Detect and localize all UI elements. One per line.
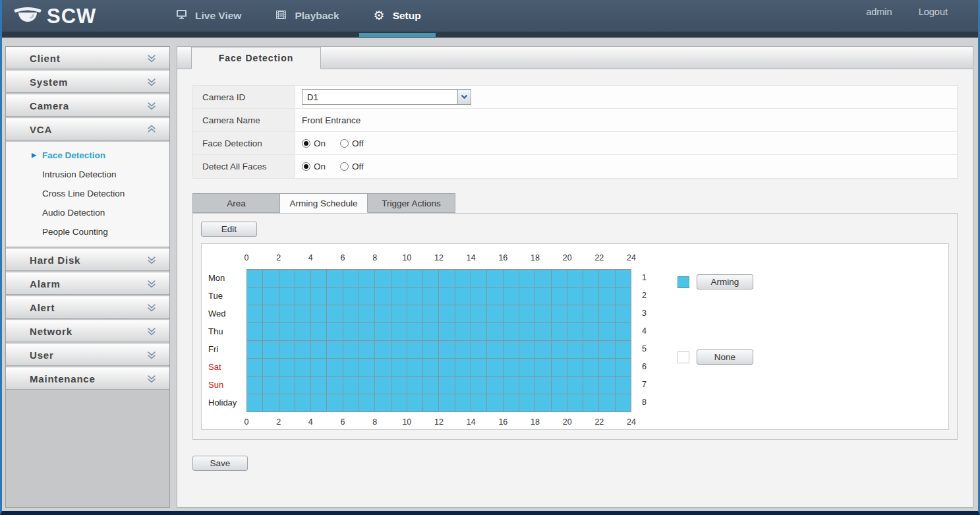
schedule-cell[interactable] (279, 323, 295, 340)
schedule-cell[interactable] (391, 288, 407, 305)
schedule-cell[interactable] (455, 377, 471, 394)
schedule-cell[interactable] (247, 270, 262, 287)
schedule-cell[interactable] (295, 394, 310, 411)
schedule-cell[interactable] (616, 323, 631, 340)
sidebar-section-system[interactable]: System (6, 71, 169, 93)
schedule-cell[interactable] (535, 359, 550, 376)
schedule-cell[interactable] (535, 323, 550, 340)
schedule-cell[interactable] (616, 305, 631, 322)
schedule-cell[interactable] (359, 341, 374, 358)
sidebar-item-intrusion-detection[interactable]: Intrusion Detection (6, 165, 169, 184)
sidebar-section-user[interactable]: User (6, 344, 169, 366)
schedule-cell[interactable] (519, 377, 534, 394)
sidebar-section-camera[interactable]: Camera (6, 94, 169, 117)
schedule-cell[interactable] (295, 288, 310, 305)
sidebar-section-client[interactable]: Client (6, 47, 169, 69)
schedule-cell[interactable] (455, 359, 471, 376)
schedule-cell[interactable] (407, 377, 422, 394)
dropdown-arrow-icon[interactable] (457, 89, 471, 105)
tab-face-detection[interactable]: Face Detection (191, 47, 321, 69)
schedule-cell[interactable] (263, 270, 278, 287)
schedule-cell[interactable] (487, 359, 502, 376)
sidebar-item-people-counting[interactable]: People Counting (6, 222, 169, 241)
schedule-cell[interactable] (487, 288, 502, 305)
schedule-cell[interactable] (504, 305, 519, 322)
schedule-cell[interactable] (599, 359, 614, 376)
schedule-cell[interactable] (439, 270, 454, 287)
schedule-cell[interactable] (263, 377, 278, 394)
schedule-cell[interactable] (279, 270, 295, 287)
edit-button[interactable]: Edit (201, 222, 257, 237)
schedule-cell[interactable] (343, 377, 359, 394)
sidebar-section-network[interactable]: Network (6, 320, 169, 342)
schedule-cell[interactable] (375, 377, 390, 394)
schedule-cell[interactable] (599, 288, 614, 305)
schedule-cell[interactable] (311, 341, 326, 358)
schedule-cell[interactable] (487, 394, 502, 411)
schedule-cell[interactable] (407, 288, 422, 305)
schedule-cell[interactable] (504, 323, 519, 340)
schedule-cell[interactable] (311, 394, 326, 411)
schedule-cell[interactable] (295, 323, 310, 340)
sidebar-item-face-detection[interactable]: ▶Face Detection (6, 146, 169, 165)
schedule-cell[interactable] (504, 394, 519, 411)
schedule-cell[interactable] (263, 341, 278, 358)
schedule-cell[interactable] (504, 359, 519, 376)
schedule-cell[interactable] (552, 323, 567, 340)
schedule-cell[interactable] (279, 288, 295, 305)
schedule-cell[interactable] (583, 270, 598, 287)
save-button[interactable]: Save (192, 456, 248, 471)
schedule-cell[interactable] (487, 270, 502, 287)
schedule-cell[interactable] (439, 377, 454, 394)
schedule-cell[interactable] (455, 394, 471, 411)
schedule-cell[interactable] (535, 394, 550, 411)
schedule-cell[interactable] (487, 305, 502, 322)
schedule-cell[interactable] (311, 305, 326, 322)
schedule-cell[interactable] (471, 288, 486, 305)
schedule-cell[interactable] (552, 341, 567, 358)
schedule-cell[interactable] (583, 288, 598, 305)
radio-on[interactable] (302, 162, 310, 171)
schedule-cell[interactable] (583, 323, 598, 340)
arming-schedule-grid[interactable] (246, 269, 631, 412)
schedule-cell[interactable] (343, 359, 359, 376)
schedule-cell[interactable] (519, 341, 534, 358)
schedule-cell[interactable] (407, 394, 422, 411)
schedule-cell[interactable] (487, 341, 502, 358)
schedule-cell[interactable] (471, 394, 486, 411)
schedule-cell[interactable] (407, 359, 422, 376)
schedule-cell[interactable] (247, 341, 262, 358)
schedule-cell[interactable] (391, 305, 407, 322)
schedule-cell[interactable] (504, 270, 519, 287)
schedule-cell[interactable] (375, 341, 390, 358)
schedule-cell[interactable] (263, 394, 278, 411)
schedule-cell[interactable] (295, 359, 310, 376)
radio-option-off[interactable]: Off (340, 162, 364, 171)
schedule-cell[interactable] (599, 270, 614, 287)
schedule-cell[interactable] (552, 377, 567, 394)
schedule-cell[interactable] (552, 305, 567, 322)
radio-option-off[interactable]: Off (340, 138, 364, 148)
schedule-cell[interactable] (327, 341, 342, 358)
none-button[interactable]: None (697, 349, 753, 365)
schedule-cell[interactable] (567, 377, 583, 394)
schedule-cell[interactable] (327, 394, 342, 411)
schedule-cell[interactable] (327, 305, 342, 322)
schedule-cell[interactable] (327, 323, 342, 340)
schedule-cell[interactable] (359, 359, 374, 376)
schedule-cell[interactable] (359, 288, 374, 305)
schedule-cell[interactable] (455, 288, 471, 305)
schedule-cell[interactable] (471, 341, 486, 358)
schedule-cell[interactable] (616, 377, 631, 394)
schedule-cell[interactable] (279, 359, 295, 376)
schedule-cell[interactable] (616, 270, 631, 287)
sidebar-section-vca[interactable]: VCA (6, 118, 169, 140)
schedule-cell[interactable] (263, 305, 278, 322)
camera-id-select[interactable]: D1 (302, 89, 471, 105)
schedule-cell[interactable] (487, 377, 502, 394)
schedule-cell[interactable] (311, 323, 326, 340)
schedule-cell[interactable] (391, 359, 407, 376)
schedule-cell[interactable] (327, 288, 342, 305)
schedule-cell[interactable] (583, 394, 598, 411)
schedule-cell[interactable] (423, 305, 438, 322)
